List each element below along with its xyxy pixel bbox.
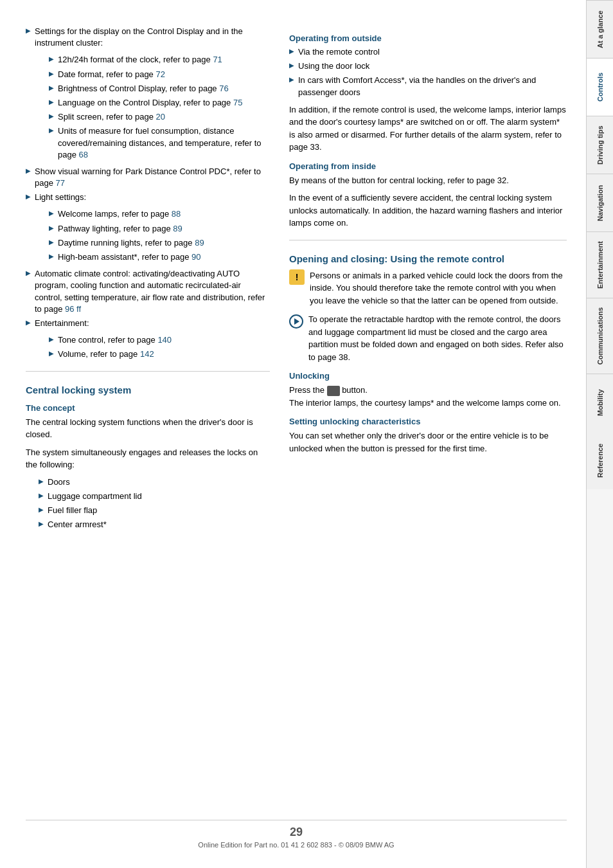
page-link[interactable]: 89 <box>173 224 182 233</box>
list-item-text: Luggage compartment lid <box>48 491 142 502</box>
sidebar-tab-label: Reference <box>596 444 604 478</box>
left-column: ▶ Settings for the display on the Contro… <box>26 26 270 807</box>
page-link[interactable]: 68 <box>79 150 88 159</box>
list-item: ▶ Date format, refer to page 72 <box>49 69 270 80</box>
warning-icon: ! <box>289 269 305 285</box>
bullet-triangle: ▶ <box>49 55 54 64</box>
list-item: ▶ 12h/24h format of the clock, refer to … <box>49 54 270 66</box>
page-link[interactable]: 89 <box>195 238 204 248</box>
sidebar-tab-label: Driving tips <box>596 125 604 165</box>
list-item-text: Language on the Control Display, refer t… <box>58 97 242 109</box>
lock-items-list: ▶ Doors ▶ Luggage compartment lid ▶ Fuel… <box>39 476 270 531</box>
settings-sub-list: ▶ 12h/24h format of the clock, refer to … <box>49 54 270 161</box>
op-outside-list: ▶ Via the remote control ▶ Using the doo… <box>289 46 567 98</box>
list-item: ▶ Daytime running lights, refer to page … <box>49 237 270 249</box>
bullet-triangle: ▶ <box>289 75 294 84</box>
op-inside-para2: In the event of a sufficiently severe ac… <box>289 192 567 230</box>
sidebar-tab-label: Communications <box>596 307 604 365</box>
page-link[interactable]: 90 <box>191 252 200 262</box>
bullet-triangle: ▶ <box>289 61 294 70</box>
list-item-text: Light settings: <box>35 192 86 203</box>
sidebar-tab-driving-tips[interactable]: Driving tips <box>587 116 613 174</box>
bullet-triangle: ▶ <box>49 209 54 218</box>
list-item-text: Fuel filler flap <box>48 505 97 516</box>
sidebar-tab-communications[interactable]: Communications <box>587 298 613 374</box>
divider <box>289 240 567 240</box>
warning-box: ! Persons or animals in a parked vehicle… <box>289 269 567 307</box>
bullet-triangle: ▶ <box>39 505 44 514</box>
unlocking-para: Press the button. The interior lamps, th… <box>289 384 567 409</box>
divider <box>26 371 270 372</box>
pdc-list: ▶ Show visual warning for Park Distance … <box>26 166 270 204</box>
page-link[interactable]: 76 <box>219 84 228 93</box>
bullet-triangle: ▶ <box>289 47 294 56</box>
page-number: 29 <box>26 826 567 839</box>
bullet-triangle: ▶ <box>39 477 44 486</box>
list-item: ▶ Center armrest* <box>39 519 270 530</box>
unlocking-para-text: The interior lamps, the courtesy lamps* … <box>289 398 561 408</box>
list-item: ▶ Settings for the display on the Contro… <box>26 26 270 49</box>
sidebar-tab-label: At a glance <box>596 10 604 48</box>
top-bullet-list: ▶ Settings for the display on the Contro… <box>26 26 270 49</box>
bullet-triangle: ▶ <box>26 26 31 35</box>
main-content: ▶ Settings for the display on the Contro… <box>0 0 586 868</box>
list-item-text: Pathway lighting, refer to page 89 <box>58 223 182 235</box>
bullet-triangle: ▶ <box>49 238 54 247</box>
central-locking-heading: Central locking system <box>26 384 270 395</box>
bullet-triangle: ▶ <box>49 112 54 121</box>
list-item-text: High-beam assistant*, refer to page 90 <box>58 251 201 263</box>
list-item: ▶ Using the door lock <box>289 60 567 72</box>
concept-heading: The concept <box>26 403 270 413</box>
sidebar-tab-navigation[interactable]: Navigation <box>587 174 613 231</box>
list-item: ▶ Split screen, refer to page 20 <box>49 111 270 123</box>
list-item-text: Automatic climate control: activating/de… <box>35 268 270 315</box>
page-link[interactable]: 77 <box>56 178 65 188</box>
entertainment-sub-list: ▶ Tone control, refer to page 140 ▶ Volu… <box>49 334 270 360</box>
bullet-triangle: ▶ <box>49 349 54 358</box>
sidebar-tab-controls[interactable]: Controls <box>587 58 613 116</box>
bullet-triangle: ▶ <box>39 491 44 500</box>
page-link[interactable]: 20 <box>155 112 164 122</box>
bullet-triangle: ▶ <box>26 318 31 327</box>
op-outside-para: In addition, if the remote control is us… <box>289 104 567 154</box>
page-link[interactable]: 72 <box>155 69 164 79</box>
list-item-text: Volume, refer to page 142 <box>58 348 154 360</box>
list-item: ▶ Via the remote control <box>289 46 567 58</box>
list-item: ▶ Luggage compartment lid <box>39 491 270 502</box>
page-link[interactable]: 71 <box>213 55 222 64</box>
sidebar-tab-entertainment[interactable]: Entertainment <box>587 231 613 298</box>
list-item-text: Date format, refer to page 72 <box>58 69 165 80</box>
two-col-layout: ▶ Settings for the display on the Contro… <box>26 26 567 807</box>
page-link[interactable]: 140 <box>157 335 172 345</box>
light-sub-list: ▶ Welcome lamps, refer to page 88 ▶ Path… <box>49 208 270 263</box>
bullet-triangle: ▶ <box>26 269 31 278</box>
list-item: ▶ Doors <box>39 476 270 488</box>
sidebar-tab-reference[interactable]: Reference <box>587 431 613 489</box>
sidebar-tab-label: Controls <box>596 73 604 102</box>
list-item-text: Doors <box>48 476 70 488</box>
list-item-text: Settings for the display on the Control … <box>35 26 270 49</box>
sidebar-tab-mobility[interactable]: Mobility <box>587 374 613 431</box>
right-column: Operating from outside ▶ Via the remote … <box>289 26 567 807</box>
warning-text: Persons or animals in a parked vehicle c… <box>310 269 567 307</box>
page-link[interactable]: 75 <box>233 98 242 107</box>
sidebar-tab-label: Navigation <box>596 185 604 221</box>
op-inside-para1: By means of the button for central locki… <box>289 174 567 187</box>
page-link[interactable]: 96 ff <box>65 304 81 314</box>
sidebar-tab-at-a-glance[interactable]: At a glance <box>587 0 613 58</box>
bullet-triangle: ▶ <box>49 224 54 233</box>
list-item: ▶ Tone control, refer to page 140 <box>49 334 270 346</box>
list-item-text: 12h/24h format of the clock, refer to pa… <box>58 54 222 66</box>
list-item: ▶ Pathway lighting, refer to page 89 <box>49 223 270 235</box>
list-item-text: Daytime running lights, refer to page 89 <box>58 237 204 249</box>
page-link[interactable]: 142 <box>140 349 154 359</box>
bullet-triangle: ▶ <box>49 84 54 93</box>
list-item: ▶ Fuel filler flap <box>39 505 270 516</box>
setting-para: You can set whether only the driver's do… <box>289 429 567 455</box>
page-link[interactable]: 88 <box>172 209 181 219</box>
list-item: ▶ Language on the Control Display, refer… <box>49 97 270 109</box>
copyright-text: Online Edition for Part no. 01 41 2 602 … <box>198 841 394 849</box>
unlocking-heading: Unlocking <box>289 371 567 381</box>
list-item: ▶ Units of measure for fuel consumption,… <box>49 125 270 161</box>
list-item: ▶ Entertainment: <box>26 318 270 329</box>
